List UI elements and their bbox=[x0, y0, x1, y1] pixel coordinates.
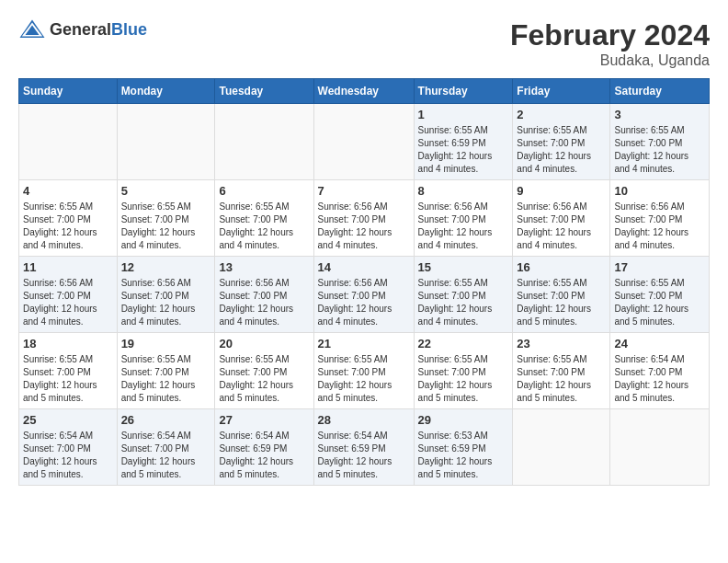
day-info: Sunrise: 6:55 AM Sunset: 7:00 PM Dayligh… bbox=[219, 353, 309, 405]
calendar-cell: 26Sunrise: 6:54 AM Sunset: 7:00 PM Dayli… bbox=[117, 409, 215, 486]
day-number: 8 bbox=[418, 184, 509, 198]
calendar-cell: 18Sunrise: 6:55 AM Sunset: 7:00 PM Dayli… bbox=[19, 333, 118, 409]
day-info: Sunrise: 6:55 AM Sunset: 7:00 PM Dayligh… bbox=[318, 353, 410, 405]
day-number: 5 bbox=[121, 184, 211, 198]
day-info: Sunrise: 6:56 AM Sunset: 7:00 PM Dayligh… bbox=[121, 277, 211, 328]
day-info: Sunrise: 6:54 AM Sunset: 7:00 PM Dayligh… bbox=[121, 430, 211, 481]
day-number: 22 bbox=[418, 337, 509, 350]
logo-text: GeneralBlue bbox=[50, 20, 147, 40]
calendar-cell: 13Sunrise: 6:56 AM Sunset: 7:00 PM Dayli… bbox=[215, 257, 313, 333]
day-number: 20 bbox=[219, 337, 309, 350]
day-info: Sunrise: 6:56 AM Sunset: 7:00 PM Dayligh… bbox=[318, 277, 410, 328]
day-number: 12 bbox=[121, 260, 211, 274]
calendar-cell bbox=[215, 104, 313, 180]
weekday-header-wednesday: Wednesday bbox=[313, 79, 414, 104]
day-info: Sunrise: 6:55 AM Sunset: 7:00 PM Dayligh… bbox=[23, 353, 113, 405]
day-number: 28 bbox=[318, 413, 410, 427]
day-info: Sunrise: 6:56 AM Sunset: 7:00 PM Dayligh… bbox=[517, 201, 606, 252]
weekday-header-tuesday: Tuesday bbox=[215, 79, 313, 104]
day-info: Sunrise: 6:54 AM Sunset: 6:59 PM Dayligh… bbox=[219, 430, 309, 481]
calendar-cell: 10Sunrise: 6:56 AM Sunset: 7:00 PM Dayli… bbox=[610, 180, 710, 257]
logo-general: General bbox=[50, 20, 111, 39]
weekday-header-monday: Monday bbox=[117, 79, 215, 104]
day-info: Sunrise: 6:56 AM Sunset: 7:00 PM Dayligh… bbox=[418, 201, 509, 252]
calendar-cell: 14Sunrise: 6:56 AM Sunset: 7:00 PM Dayli… bbox=[313, 257, 414, 333]
day-number: 7 bbox=[318, 184, 410, 198]
day-number: 24 bbox=[614, 337, 705, 350]
day-info: Sunrise: 6:55 AM Sunset: 7:00 PM Dayligh… bbox=[517, 353, 606, 405]
day-info: Sunrise: 6:54 AM Sunset: 7:00 PM Dayligh… bbox=[23, 430, 113, 481]
day-info: Sunrise: 6:55 AM Sunset: 7:00 PM Dayligh… bbox=[121, 201, 211, 252]
calendar-cell: 4Sunrise: 6:55 AM Sunset: 7:00 PM Daylig… bbox=[19, 180, 118, 257]
day-number: 9 bbox=[517, 184, 606, 198]
day-number: 3 bbox=[614, 108, 705, 121]
day-number: 25 bbox=[23, 413, 113, 427]
day-number: 21 bbox=[318, 337, 410, 350]
day-number: 2 bbox=[517, 108, 606, 121]
weekday-header-row: SundayMondayTuesdayWednesdayThursdayFrid… bbox=[19, 79, 710, 104]
day-info: Sunrise: 6:54 AM Sunset: 6:59 PM Dayligh… bbox=[318, 430, 410, 481]
logo: GeneralBlue bbox=[18, 18, 147, 40]
day-info: Sunrise: 6:56 AM Sunset: 7:00 PM Dayligh… bbox=[614, 201, 705, 252]
calendar-body: 1Sunrise: 6:55 AM Sunset: 6:59 PM Daylig… bbox=[19, 104, 710, 486]
calendar-cell: 7Sunrise: 6:56 AM Sunset: 7:00 PM Daylig… bbox=[313, 180, 414, 257]
day-info: Sunrise: 6:55 AM Sunset: 7:00 PM Dayligh… bbox=[517, 124, 606, 176]
day-info: Sunrise: 6:55 AM Sunset: 7:00 PM Dayligh… bbox=[23, 201, 113, 252]
day-info: Sunrise: 6:56 AM Sunset: 7:00 PM Dayligh… bbox=[318, 201, 410, 252]
day-info: Sunrise: 6:54 AM Sunset: 7:00 PM Dayligh… bbox=[614, 353, 705, 405]
calendar-cell: 17Sunrise: 6:55 AM Sunset: 7:00 PM Dayli… bbox=[610, 257, 710, 333]
day-number: 14 bbox=[318, 260, 410, 274]
calendar-cell: 21Sunrise: 6:55 AM Sunset: 7:00 PM Dayli… bbox=[313, 333, 414, 409]
day-number: 1 bbox=[418, 108, 509, 121]
day-info: Sunrise: 6:56 AM Sunset: 7:00 PM Dayligh… bbox=[23, 277, 113, 328]
day-number: 29 bbox=[418, 413, 509, 427]
day-info: Sunrise: 6:55 AM Sunset: 7:00 PM Dayligh… bbox=[614, 124, 705, 176]
day-number: 19 bbox=[121, 337, 211, 350]
logo-blue: Blue bbox=[111, 20, 147, 39]
day-number: 27 bbox=[219, 413, 309, 427]
calendar-cell: 25Sunrise: 6:54 AM Sunset: 7:00 PM Dayli… bbox=[19, 409, 118, 486]
calendar-cell: 24Sunrise: 6:54 AM Sunset: 7:00 PM Dayli… bbox=[610, 333, 710, 409]
day-number: 16 bbox=[517, 260, 606, 274]
weekday-header-saturday: Saturday bbox=[610, 79, 710, 104]
calendar-cell: 2Sunrise: 6:55 AM Sunset: 7:00 PM Daylig… bbox=[513, 104, 610, 180]
calendar-cell: 11Sunrise: 6:56 AM Sunset: 7:00 PM Dayli… bbox=[19, 257, 118, 333]
day-info: Sunrise: 6:55 AM Sunset: 7:00 PM Dayligh… bbox=[614, 277, 705, 328]
calendar-cell: 22Sunrise: 6:55 AM Sunset: 7:00 PM Dayli… bbox=[414, 333, 513, 409]
calendar-cell: 27Sunrise: 6:54 AM Sunset: 6:59 PM Dayli… bbox=[215, 409, 313, 486]
calendar-cell bbox=[313, 104, 414, 180]
day-number: 26 bbox=[121, 413, 211, 427]
week-row-4: 25Sunrise: 6:54 AM Sunset: 7:00 PM Dayli… bbox=[19, 409, 710, 486]
title-area: February 2024 Budaka, Uganda bbox=[510, 18, 710, 69]
week-row-2: 11Sunrise: 6:56 AM Sunset: 7:00 PM Dayli… bbox=[19, 257, 710, 333]
calendar-cell: 19Sunrise: 6:55 AM Sunset: 7:00 PM Dayli… bbox=[117, 333, 215, 409]
calendar-cell: 15Sunrise: 6:55 AM Sunset: 7:00 PM Dayli… bbox=[414, 257, 513, 333]
weekday-header-friday: Friday bbox=[513, 79, 610, 104]
day-number: 4 bbox=[23, 184, 113, 198]
day-number: 10 bbox=[614, 184, 705, 198]
calendar-cell: 28Sunrise: 6:54 AM Sunset: 6:59 PM Dayli… bbox=[313, 409, 414, 486]
day-info: Sunrise: 6:55 AM Sunset: 7:00 PM Dayligh… bbox=[418, 277, 509, 328]
day-number: 6 bbox=[219, 184, 309, 198]
day-number: 18 bbox=[23, 337, 113, 350]
calendar-cell: 8Sunrise: 6:56 AM Sunset: 7:00 PM Daylig… bbox=[414, 180, 513, 257]
day-info: Sunrise: 6:55 AM Sunset: 6:59 PM Dayligh… bbox=[418, 124, 509, 176]
day-info: Sunrise: 6:55 AM Sunset: 7:00 PM Dayligh… bbox=[418, 353, 509, 405]
calendar-cell: 6Sunrise: 6:55 AM Sunset: 7:00 PM Daylig… bbox=[215, 180, 313, 257]
calendar-cell bbox=[513, 409, 610, 486]
logo-icon bbox=[18, 18, 46, 40]
main-title: February 2024 bbox=[510, 18, 710, 52]
day-number: 11 bbox=[23, 260, 113, 274]
calendar-cell bbox=[19, 104, 118, 180]
week-row-1: 4Sunrise: 6:55 AM Sunset: 7:00 PM Daylig… bbox=[19, 180, 710, 257]
calendar-cell: 16Sunrise: 6:55 AM Sunset: 7:00 PM Dayli… bbox=[513, 257, 610, 333]
day-number: 23 bbox=[517, 337, 606, 350]
calendar-cell: 9Sunrise: 6:56 AM Sunset: 7:00 PM Daylig… bbox=[513, 180, 610, 257]
subtitle: Budaka, Uganda bbox=[510, 52, 710, 69]
week-row-3: 18Sunrise: 6:55 AM Sunset: 7:00 PM Dayli… bbox=[19, 333, 710, 409]
week-row-0: 1Sunrise: 6:55 AM Sunset: 6:59 PM Daylig… bbox=[19, 104, 710, 180]
calendar-cell: 20Sunrise: 6:55 AM Sunset: 7:00 PM Dayli… bbox=[215, 333, 313, 409]
calendar-cell: 5Sunrise: 6:55 AM Sunset: 7:00 PM Daylig… bbox=[117, 180, 215, 257]
calendar-cell: 3Sunrise: 6:55 AM Sunset: 7:00 PM Daylig… bbox=[610, 104, 710, 180]
calendar-table: SundayMondayTuesdayWednesdayThursdayFrid… bbox=[18, 78, 710, 486]
